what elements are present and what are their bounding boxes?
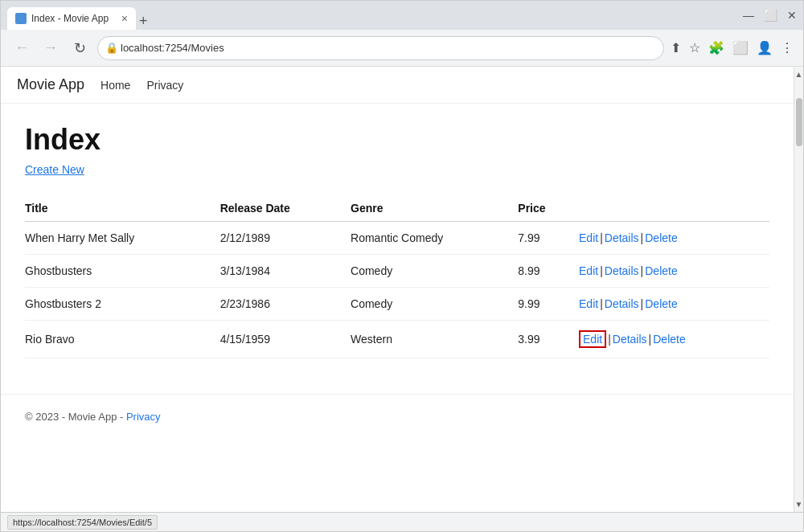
page-content: Movie App Home Privacy Index Create New … (1, 67, 794, 512)
bookmark-icon[interactable]: ☆ (689, 40, 700, 55)
cell-title: Ghostbusters (25, 255, 220, 288)
cell-actions: Edit | Details | Delete (579, 222, 769, 255)
delete-link[interactable]: Delete (645, 231, 677, 244)
main-content: Index Create New Title Release Date Genr… (1, 104, 794, 378)
site-footer: © 2023 - Movie App - Privacy (1, 394, 794, 439)
lock-icon: 🔒 (105, 42, 118, 54)
movies-table: Title Release Date Genre Price When Harr… (25, 195, 769, 358)
cell-price: 3.99 (518, 321, 579, 358)
status-bar: https://localhost:7254/Movies/Edit/5 (1, 512, 803, 531)
maximize-button[interactable]: ⬜ (764, 10, 777, 21)
cell-title: Rio Bravo (25, 321, 220, 358)
extensions-icon[interactable]: 🧩 (708, 40, 724, 55)
cell-genre: Western (351, 321, 518, 358)
page-title: Index (25, 123, 769, 157)
address-input-box[interactable] (97, 36, 664, 60)
col-title: Title (25, 195, 220, 222)
tab-bar: Index - Movie App × + (7, 1, 148, 30)
title-bar: Index - Movie App × + — ⬜ ✕ (1, 1, 803, 30)
cell-genre: Romantic Comedy (351, 222, 518, 255)
col-actions (579, 195, 769, 222)
create-new-link[interactable]: Create New (25, 163, 84, 176)
details-link[interactable]: Details (613, 333, 647, 346)
table-body: When Harry Met Sally2/12/1989Romantic Co… (25, 222, 769, 358)
scroll-down-arrow[interactable]: ▼ (795, 497, 803, 512)
cell-title: Ghostbusters 2 (25, 288, 220, 321)
separator: | (600, 264, 603, 277)
minimize-button[interactable]: — (743, 10, 754, 21)
edit-link[interactable]: Edit (579, 297, 598, 310)
address-wrapper: 🔒 (97, 36, 664, 60)
browser-window: Index - Movie App × + — ⬜ ✕ ← → ↻ 🔒 ⬆ ☆ … (0, 0, 804, 532)
delete-link[interactable]: Delete (645, 264, 677, 277)
tab-favicon (15, 13, 27, 24)
cell-release-date: 2/12/1989 (220, 222, 351, 255)
menu-icon[interactable]: ⋮ (781, 40, 794, 55)
new-tab-button[interactable]: + (139, 13, 148, 30)
separator: | (641, 264, 644, 277)
scroll-up-arrow[interactable]: ▲ (795, 67, 803, 82)
separator: | (641, 231, 644, 244)
site-nav: Movie App Home Privacy (1, 67, 794, 104)
page-area: Movie App Home Privacy Index Create New … (1, 67, 803, 531)
tab-title: Index - Movie App (31, 13, 117, 24)
scrollbar[interactable]: ▲ ▼ (794, 67, 803, 512)
separator: | (649, 333, 652, 346)
footer-text: © 2023 - Movie App - (25, 411, 126, 423)
separator: | (641, 297, 644, 310)
footer-privacy-link[interactable]: Privacy (126, 411, 161, 423)
details-link[interactable]: Details (605, 231, 639, 244)
tab-close-button[interactable]: × (121, 13, 128, 24)
forward-button[interactable]: → (39, 39, 62, 56)
close-button[interactable]: ✕ (787, 10, 797, 21)
cell-actions: Edit | Details | Delete (579, 321, 769, 358)
reload-button[interactable]: ↻ (68, 39, 91, 57)
share-icon[interactable]: ⬆ (671, 40, 681, 55)
cell-release-date: 3/13/1984 (220, 255, 351, 288)
action-links: Edit | Details | Delete (579, 231, 760, 244)
edit-link[interactable]: Edit (579, 231, 598, 244)
site-brand: Movie App (17, 76, 84, 93)
status-url: https://localhost:7254/Movies/Edit/5 (7, 515, 158, 530)
col-price: Price (518, 195, 579, 222)
cell-price: 8.99 (518, 255, 579, 288)
address-bar: ← → ↻ 🔒 ⬆ ☆ 🧩 ⬜ 👤 ⋮ (1, 30, 803, 67)
separator: | (600, 297, 603, 310)
edit-link[interactable]: Edit (579, 264, 598, 277)
address-input[interactable] (121, 42, 654, 54)
table-row: Ghostbusters 22/23/1986Comedy9.99Edit | … (25, 288, 769, 321)
cell-title: When Harry Met Sally (25, 222, 220, 255)
cell-actions: Edit | Details | Delete (579, 255, 769, 288)
separator: | (600, 231, 603, 244)
toolbar-icons: ⬆ ☆ 🧩 ⬜ 👤 ⋮ (671, 40, 794, 55)
cell-genre: Comedy (351, 288, 518, 321)
back-button[interactable]: ← (10, 39, 33, 56)
nav-home[interactable]: Home (100, 79, 130, 92)
edit-link[interactable]: Edit (579, 330, 606, 348)
scroll-thumb[interactable] (796, 98, 802, 146)
cell-price: 7.99 (518, 222, 579, 255)
cell-release-date: 2/23/1986 (220, 288, 351, 321)
cell-genre: Comedy (351, 255, 518, 288)
split-view-icon[interactable]: ⬜ (732, 40, 749, 55)
details-link[interactable]: Details (605, 297, 639, 310)
delete-link[interactable]: Delete (653, 333, 685, 346)
cell-price: 9.99 (518, 288, 579, 321)
separator: | (608, 333, 611, 346)
action-links: Edit | Details | Delete (579, 264, 760, 277)
active-tab[interactable]: Index - Movie App × (7, 7, 136, 30)
nav-privacy[interactable]: Privacy (146, 79, 183, 92)
action-links: Edit | Details | Delete (579, 330, 760, 348)
col-genre: Genre (351, 195, 518, 222)
cell-release-date: 4/15/1959 (220, 321, 351, 358)
details-link[interactable]: Details (605, 264, 639, 277)
window-controls: — ⬜ ✕ (743, 10, 797, 21)
table-row: Rio Bravo4/15/1959Western3.99Edit | Deta… (25, 321, 769, 358)
cell-actions: Edit | Details | Delete (579, 288, 769, 321)
header-row: Title Release Date Genre Price (25, 195, 769, 222)
profile-icon[interactable]: 👤 (757, 40, 773, 55)
col-release-date: Release Date (220, 195, 351, 222)
table-row: Ghostbusters3/13/1984Comedy8.99Edit | De… (25, 255, 769, 288)
table-header: Title Release Date Genre Price (25, 195, 769, 222)
delete-link[interactable]: Delete (645, 297, 677, 310)
